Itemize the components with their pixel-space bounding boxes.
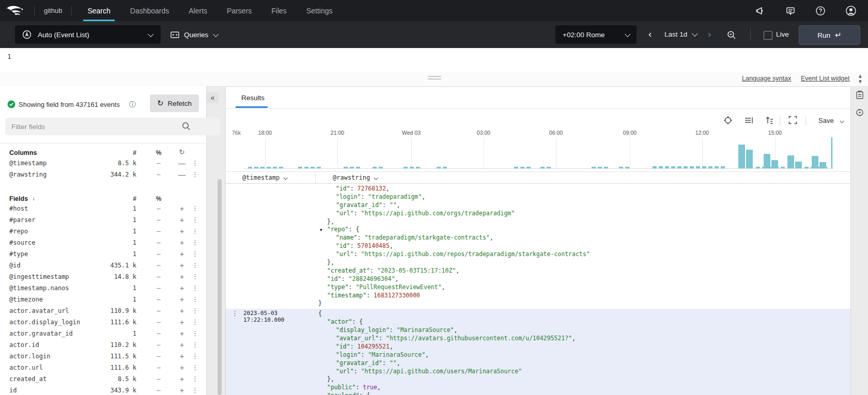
field-menu-kebab[interactable]: ⋮ xyxy=(192,250,198,258)
field-menu-kebab[interactable]: ⋮ xyxy=(192,341,198,349)
field-menu-kebab[interactable]: ⋮ xyxy=(192,159,198,167)
add-field-button[interactable]: + xyxy=(177,329,187,338)
add-field-button[interactable]: + xyxy=(177,284,187,292)
query-editor[interactable]: 1 xyxy=(0,48,868,72)
feedback-icon[interactable] xyxy=(785,6,796,16)
add-field-button[interactable]: + xyxy=(177,216,187,224)
add-field-button[interactable]: + xyxy=(177,386,187,394)
fields-panel-icon[interactable] xyxy=(856,90,864,100)
event-list-widget-link[interactable]: Event List widget xyxy=(801,75,850,82)
widget-type-dropdown[interactable]: Auto (Event List) xyxy=(15,25,161,44)
add-field-button[interactable]: + xyxy=(177,364,187,372)
nav-tab-dashboards[interactable]: Dashboards xyxy=(124,0,176,21)
add-field-button[interactable]: + xyxy=(177,341,187,349)
field-menu-kebab[interactable]: ⋮ xyxy=(192,284,198,292)
run-button[interactable]: Run ↵ xyxy=(799,25,860,45)
field-name[interactable]: #type xyxy=(9,250,28,258)
field-menu-kebab[interactable]: ⋮ xyxy=(192,273,198,280)
sort-order-icon[interactable] xyxy=(765,116,774,125)
fullscreen-icon[interactable] xyxy=(788,116,797,124)
nav-tab-parsers[interactable]: Parsers xyxy=(221,0,258,21)
field-menu-kebab[interactable]: ⋮ xyxy=(192,375,198,383)
field-menu-kebab[interactable]: ⋮ xyxy=(192,227,198,235)
remove-column-marker[interactable]: — xyxy=(177,170,187,179)
field-name[interactable]: actor.display_login xyxy=(9,319,80,326)
field-menu-kebab[interactable]: ⋮ xyxy=(192,239,198,246)
field-name[interactable]: @id xyxy=(9,262,21,269)
save-button[interactable]: Save xyxy=(818,117,843,124)
sort-direction-icon[interactable]: ↓ xyxy=(32,195,35,202)
nav-tab-settings[interactable]: Settings xyxy=(300,0,339,21)
chevron-down-icon[interactable] xyxy=(692,31,698,37)
collapse-sidebar-button[interactable]: « xyxy=(207,92,219,103)
add-field-button[interactable]: + xyxy=(177,295,187,304)
field-name[interactable]: @ingesttimestamp xyxy=(9,273,69,280)
results-scrollbar-thumb[interactable] xyxy=(218,179,222,395)
timezone-dropdown[interactable]: +02:00 Rome xyxy=(555,25,637,44)
field-name[interactable]: actor.id xyxy=(9,341,39,349)
table-view-icon[interactable] xyxy=(744,116,753,125)
live-checkbox[interactable] xyxy=(764,31,772,40)
field-menu-kebab[interactable]: ⋮ xyxy=(192,352,198,360)
language-syntax-link[interactable]: Language syntax xyxy=(742,75,791,82)
add-field-button[interactable]: + xyxy=(177,227,187,235)
field-menu-kebab[interactable]: ⋮ xyxy=(192,364,198,371)
event-histogram[interactable]: 18:0021:00Wed 0303:0006:0009:0012:0015:0… xyxy=(243,137,833,169)
field-name[interactable]: actor.login xyxy=(9,353,50,360)
announcements-icon[interactable] xyxy=(755,6,766,16)
event-row[interactable]: "id": 72768132,"login": "tradeparadigm",… xyxy=(226,184,850,309)
field-menu-kebab[interactable]: ⋮ xyxy=(192,329,198,337)
inspect-target-icon[interactable] xyxy=(856,108,864,117)
timestamp-column-header[interactable]: @timestamp xyxy=(242,174,287,181)
account-icon[interactable] xyxy=(845,5,857,17)
add-field-button[interactable]: + xyxy=(177,307,187,315)
field-name[interactable]: #host xyxy=(9,205,28,212)
repository-name[interactable]: github xyxy=(44,7,62,14)
field-name[interactable]: created_at xyxy=(9,375,47,383)
field-menu-kebab[interactable]: ⋮ xyxy=(192,261,198,269)
add-field-button[interactable]: + xyxy=(177,239,187,247)
field-name[interactable]: @timezone xyxy=(9,296,43,303)
crosshair-tool-icon[interactable] xyxy=(723,116,733,125)
zoom-out-time-icon[interactable] xyxy=(727,30,736,40)
field-name[interactable]: actor.gravatar_id xyxy=(9,330,73,337)
field-name[interactable]: @timestamp.nanos xyxy=(9,285,69,292)
field-menu-kebab[interactable]: ⋮ xyxy=(192,295,198,303)
info-icon[interactable]: ⓘ xyxy=(129,100,136,109)
add-field-button[interactable]: + xyxy=(177,250,187,258)
remove-column-marker[interactable]: — xyxy=(177,159,187,167)
results-tab[interactable]: Results xyxy=(241,94,265,102)
field-name[interactable]: #source xyxy=(9,239,36,246)
field-name[interactable]: #parser xyxy=(9,216,36,224)
add-field-button[interactable]: + xyxy=(177,261,187,270)
field-name[interactable]: id xyxy=(9,387,17,394)
event-menu-kebab[interactable]: ⋮ xyxy=(231,309,238,317)
field-name[interactable]: actor.url xyxy=(9,364,43,371)
crowdstrike-logo[interactable] xyxy=(6,4,25,18)
add-field-button[interactable]: + xyxy=(177,352,187,360)
field-name[interactable]: actor.avatar_url xyxy=(9,307,69,314)
add-field-button[interactable]: + xyxy=(177,273,187,281)
field-name[interactable]: @timestamp xyxy=(9,160,47,167)
rawstring-column-header[interactable]: @rawstring xyxy=(333,174,377,181)
add-field-button[interactable]: + xyxy=(177,375,187,383)
field-menu-kebab[interactable]: ⋮ xyxy=(192,307,198,314)
field-name[interactable]: #repo xyxy=(9,228,28,235)
event-row[interactable]: ⋮2023-05-03 17:22:10.000{"actor": {"disp… xyxy=(226,309,850,395)
help-icon[interactable] xyxy=(815,6,826,16)
expand-triangle-icon[interactable]: ▼ xyxy=(320,226,322,234)
nav-tab-files[interactable]: Files xyxy=(265,0,293,21)
queries-menu-button[interactable]: Queries xyxy=(171,25,218,44)
resize-grip-handle[interactable] xyxy=(428,76,441,81)
sync-columns-icon[interactable]: ↻ xyxy=(177,148,187,156)
field-menu-kebab[interactable]: ⋮ xyxy=(192,216,198,224)
time-range-back-button[interactable]: ‹ xyxy=(648,28,652,40)
refetch-button[interactable]: ↻ Refetch xyxy=(150,94,199,112)
field-menu-kebab[interactable]: ⋮ xyxy=(192,318,198,326)
field-menu-kebab[interactable]: ⋮ xyxy=(192,170,198,178)
nav-tab-search[interactable]: Search xyxy=(81,0,116,21)
field-menu-kebab[interactable]: ⋮ xyxy=(192,204,198,212)
time-range-forward-button[interactable]: › xyxy=(708,28,711,40)
add-field-button[interactable]: + xyxy=(177,318,187,326)
field-name[interactable]: @rawstring xyxy=(9,171,47,178)
